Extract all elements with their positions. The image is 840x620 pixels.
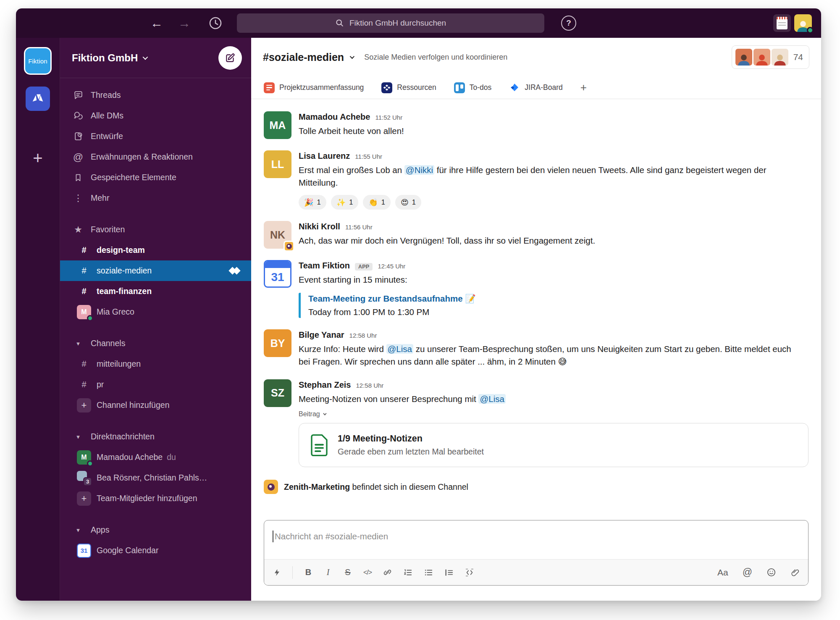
sidebar-dm-mia-greco[interactable]: M Mia Greco (60, 302, 251, 322)
tab-ressourcen[interactable]: Ressourcen (381, 82, 436, 93)
avatar[interactable]: MA (264, 111, 291, 139)
dropbox-icon (381, 82, 392, 93)
sidebar-channel-design-team[interactable]: # design-team (60, 240, 251, 260)
shortcuts-lightning-icon[interactable] (273, 568, 281, 577)
avatar[interactable]: NK (264, 221, 291, 249)
sidebar-item-drafts[interactable]: Entwürfe (60, 126, 251, 147)
message-timestamp[interactable]: 11:56 Uhr (345, 223, 373, 231)
reactions-row: 🎉1 ✨1 👏1 😍1 (299, 195, 808, 210)
message-timestamp[interactable]: 12:45 Uhr (378, 263, 405, 270)
calendar-number: 31 (265, 268, 290, 286)
new-message-button[interactable] (218, 46, 242, 70)
mention-nikki[interactable]: @Nikki (404, 165, 434, 175)
strikethrough-button[interactable]: S (344, 567, 352, 577)
member-count-button[interactable]: 74 (732, 45, 809, 69)
workspace-name-button[interactable]: Fiktion GmbH (72, 52, 147, 64)
message-author[interactable]: Lisa Laurenz (299, 151, 350, 161)
history-back-icon[interactable]: ← (150, 17, 163, 29)
mention-lisa[interactable]: @Lisa (386, 344, 413, 354)
add-members-button[interactable]: + Team-Mitglieder hinzufügen (60, 488, 251, 509)
channel-description: Soziale Medien verfolgen und koordiniere… (364, 53, 507, 62)
reaction-sparkles[interactable]: ✨1 (331, 195, 359, 210)
google-calendar-avatar[interactable]: 31 (264, 260, 291, 288)
sidebar-channel-soziale-medien[interactable]: # soziale-medien (60, 260, 251, 281)
sidebar-item-all-dms[interactable]: Alle DMs (60, 105, 251, 126)
avatar[interactable]: BY (264, 329, 291, 357)
code-block-button[interactable] (465, 568, 474, 577)
workspace-switcher-fiktion[interactable]: Fiktion (24, 47, 52, 75)
message-author[interactable]: Team Fiktion (299, 261, 350, 271)
history-clock-icon[interactable] (208, 16, 223, 30)
add-tab-button[interactable]: + (580, 81, 587, 94)
sidebar-channel-team-finanzen[interactable]: # team-finanzen (60, 281, 251, 302)
hash-icon: # (77, 245, 91, 255)
mention-button[interactable]: @ (743, 567, 752, 578)
user-avatar[interactable] (794, 14, 812, 32)
app-name[interactable]: Zenith-Marketing (284, 482, 350, 491)
add-channel-button[interactable]: + Channel hinzufügen (60, 395, 251, 415)
sidebar-list: Threads Alle DMs (60, 78, 251, 561)
event-link[interactable]: Team-Meeting zur Bestandsaufnahme 📝 (308, 294, 808, 304)
link-button[interactable] (383, 568, 392, 577)
sidebar-item-mentions[interactable]: @ Erwähnungen & Reaktionen (60, 147, 251, 167)
text-format-button[interactable]: Aa (717, 567, 728, 578)
message-author[interactable]: Stephan Zeis (299, 380, 351, 390)
tab-jira-board[interactable]: JIRA-Board (509, 82, 562, 93)
emoji-button[interactable] (766, 567, 776, 577)
sidebar-dm-mamadou[interactable]: M Mamadou Achebe du (60, 447, 251, 468)
croissant-workspace-icon[interactable] (26, 87, 50, 111)
reaction-tada[interactable]: 🎉1 (299, 195, 326, 210)
dm-label: Bea Rösner, Christian Pahls… (97, 473, 207, 483)
code-button[interactable]: </> (363, 569, 372, 576)
avatar[interactable]: SZ (264, 379, 291, 407)
message-timestamp[interactable]: 12:58 Uhr (356, 382, 383, 389)
bold-button[interactable]: B (304, 567, 312, 577)
emoji: 🎉 (304, 198, 313, 207)
reaction-clap[interactable]: 👏1 (363, 195, 391, 210)
message-timestamp[interactable]: 11:52 Uhr (375, 114, 402, 121)
attach-paperclip-icon[interactable] (790, 568, 800, 577)
sidebar-channel-pr[interactable]: # pr (60, 374, 251, 395)
ordered-list-button[interactable] (403, 568, 412, 577)
message-timestamp[interactable]: 11:55 Uhr (355, 153, 382, 160)
mention-lisa[interactable]: @Lisa (478, 394, 505, 404)
app-presence-note: Zenith-Marketing befindet sich in diesem… (264, 480, 808, 494)
message: NK Nikki Kroll 11:56 Uhr Ach, das war mi… (264, 221, 808, 249)
section-favorites[interactable]: ★ Favoriten (60, 219, 251, 240)
message: BY Bilge Yanar 12:58 Uhr Kurze Info: Heu… (264, 329, 808, 368)
search-input[interactable]: Fiktion GmbH durchsuchen (237, 13, 544, 33)
document-icon (310, 434, 328, 457)
section-apps[interactable]: ▾ Apps (60, 520, 251, 540)
italic-button[interactable]: I (324, 567, 332, 577)
sidebar-dm-group-bea[interactable]: 3 Bea Rösner, Christian Pahls… (60, 468, 251, 488)
blockquote-button[interactable] (444, 568, 454, 577)
tab-projektzusammenfassung[interactable]: Projektzusammenfassung (264, 82, 364, 93)
message-author[interactable]: Mamadou Achebe (299, 112, 370, 122)
post-type-dropdown[interactable]: Beitrag (299, 410, 808, 418)
sidebar-channel-mitteilungen[interactable]: # mitteilungen (60, 354, 251, 374)
section-channels[interactable]: ▾ Channels (60, 333, 251, 354)
bullet-list-button[interactable] (424, 568, 433, 577)
sidebar-item-more[interactable]: ⋮ Mehr (60, 188, 251, 208)
notes-shortcut-icon[interactable] (773, 14, 791, 32)
reaction-heart-eyes[interactable]: 😍1 (395, 195, 421, 210)
sidebar-item-threads[interactable]: Threads (60, 85, 251, 105)
message-author[interactable]: Bilge Yanar (299, 330, 344, 340)
sidebar-app-google-calendar[interactable]: 31 Google Calendar (60, 540, 251, 561)
message-body: Nikki Kroll 11:56 Uhr Ach, das war mir d… (299, 221, 808, 249)
message-input[interactable]: Nachricht an #soziale-medien (264, 520, 808, 559)
message: LL Lisa Laurenz 11:55 Uhr Erst mal ein g… (264, 150, 808, 210)
file-attachment-card[interactable]: 1/9 Meeting-Notizen Gerade eben zum letz… (299, 423, 808, 467)
avatar[interactable]: LL (264, 150, 291, 178)
help-icon[interactable]: ? (561, 16, 576, 31)
history-forward-icon[interactable]: → (178, 17, 191, 29)
workspace-header: Fiktion GmbH (60, 38, 251, 78)
at-icon: @ (71, 151, 85, 163)
tab-todos[interactable]: To-dos (454, 82, 492, 93)
message-author[interactable]: Nikki Kroll (299, 222, 340, 231)
section-dms[interactable]: ▾ Direktnachrichten (60, 426, 251, 447)
sidebar-item-saved[interactable]: Gespeicherte Elemente (60, 167, 251, 188)
channel-title-button[interactable]: #soziale-medien (263, 51, 353, 63)
add-workspace-button[interactable]: + (33, 150, 42, 166)
message-timestamp[interactable]: 12:58 Uhr (349, 332, 377, 339)
